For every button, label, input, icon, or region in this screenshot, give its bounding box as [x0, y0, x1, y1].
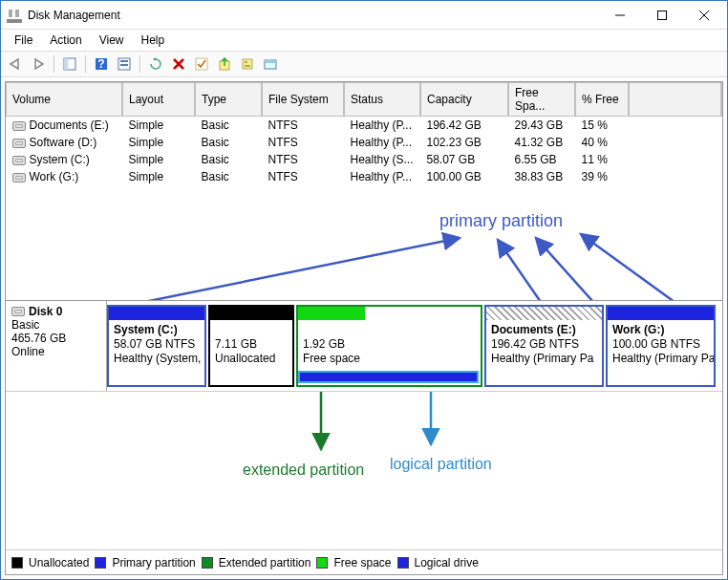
- partition-system[interactable]: System (C:)58.07 GB NTFSHealthy (System,…: [107, 305, 206, 387]
- svg-rect-9: [120, 60, 128, 62]
- svg-rect-13: [196, 58, 207, 70]
- annotation-arrows: [106, 230, 717, 301]
- menu-action[interactable]: Action: [42, 32, 89, 49]
- col-pctfree[interactable]: % Free: [576, 83, 630, 117]
- refresh-button[interactable]: [145, 54, 166, 75]
- legend-swatch-free: [316, 557, 328, 569]
- svg-rect-15: [243, 59, 252, 69]
- back-button[interactable]: [5, 54, 26, 75]
- app-icon: [7, 8, 22, 23]
- svg-rect-1: [658, 11, 667, 19]
- legend-swatch-logical: [397, 557, 409, 569]
- svg-line-23: [581, 234, 674, 301]
- help-button[interactable]: ?: [91, 54, 112, 75]
- title-bar[interactable]: Disk Management: [1, 1, 727, 30]
- menu-view[interactable]: View: [92, 32, 132, 49]
- col-filesystem[interactable]: File System: [263, 83, 345, 117]
- volume-icon: [12, 121, 26, 131]
- menu-bar: File Action View Help: [1, 30, 727, 51]
- col-layout[interactable]: Layout: [123, 83, 196, 117]
- col-volume[interactable]: Volume: [7, 83, 123, 117]
- volume-list-pane: Volume Layout Type File System Status Ca…: [5, 81, 723, 301]
- svg-rect-17: [245, 65, 250, 67]
- svg-line-20: [144, 238, 460, 301]
- menu-file[interactable]: File: [7, 32, 40, 49]
- legend-swatch-primary: [95, 557, 106, 569]
- delete-button[interactable]: [168, 54, 189, 75]
- disk-icon: [11, 307, 25, 316]
- partition-extended[interactable]: 1.92 GBFree space Software (D:)102.23 GB…: [296, 305, 482, 387]
- volume-table: Volume Layout Type File System Status Ca…: [6, 82, 722, 185]
- action2-button[interactable]: [237, 54, 258, 75]
- show-hide-console-tree-button[interactable]: [59, 54, 80, 75]
- disk-graph-pane: Disk 0 Basic 465.76 GB Online System (C:…: [5, 301, 723, 575]
- legend: Unallocated Primary partition Extended p…: [6, 549, 722, 574]
- partition-work[interactable]: Work (G:)100.00 GB NTFSHealthy (Primary …: [606, 305, 716, 387]
- partition-documents[interactable]: Documents (E:)196.42 GB NTFSHealthy (Pri…: [484, 305, 604, 387]
- action1-button[interactable]: [214, 54, 235, 75]
- table-header-row: Volume Layout Type File System Status Ca…: [7, 83, 722, 117]
- menu-help[interactable]: Help: [134, 32, 173, 49]
- partition-logical-software[interactable]: Software (D:)102.23 GB NTFSHealthy (Page…: [298, 371, 479, 383]
- svg-line-22: [536, 238, 593, 301]
- legend-swatch-unallocated: [11, 557, 23, 569]
- col-freespace[interactable]: Free Spa...: [509, 83, 576, 117]
- volume-icon: [12, 139, 26, 148]
- volume-icon: [12, 156, 26, 165]
- legend-swatch-extended: [202, 557, 213, 569]
- annotation-extended-label: extended partition: [243, 462, 364, 479]
- col-capacity[interactable]: Capacity: [421, 83, 509, 117]
- action3-button[interactable]: [260, 54, 281, 75]
- disk-info[interactable]: Disk 0 Basic 465.76 GB Online: [6, 301, 107, 391]
- table-row[interactable]: Work (G:) SimpleBasicNTFSHealthy (P...10…: [7, 168, 722, 185]
- col-status[interactable]: Status: [345, 83, 421, 117]
- check-button[interactable]: [191, 54, 212, 75]
- forward-button[interactable]: [28, 54, 49, 75]
- svg-rect-5: [64, 58, 68, 70]
- col-type[interactable]: Type: [196, 83, 263, 117]
- annotation-logical-label: logical partition: [390, 456, 492, 473]
- svg-rect-19: [265, 60, 276, 63]
- window-frame: Disk Management File Action View Help ?: [0, 0, 728, 580]
- svg-rect-10: [120, 64, 128, 66]
- svg-line-21: [498, 240, 541, 301]
- col-blank[interactable]: [630, 83, 722, 117]
- window-title: Disk Management: [28, 9, 120, 22]
- table-row[interactable]: System (C:) SimpleBasicNTFSHealthy (S...…: [7, 151, 722, 168]
- volume-icon: [12, 173, 26, 183]
- svg-rect-16: [245, 61, 247, 63]
- table-row[interactable]: Documents (E:) SimpleBasicNTFSHealthy (P…: [7, 117, 722, 135]
- maximize-button[interactable]: [641, 2, 683, 29]
- annotation-primary-label: primary partition: [439, 211, 563, 231]
- toolbar: ?: [1, 51, 727, 77]
- svg-text:?: ?: [97, 57, 104, 71]
- table-row[interactable]: Software (D:) SimpleBasicNTFSHealthy (P.…: [7, 134, 722, 151]
- partition-unallocated[interactable]: 7.11 GBUnallocated: [208, 305, 294, 387]
- disk-row: Disk 0 Basic 465.76 GB Online System (C:…: [6, 301, 722, 392]
- minimize-button[interactable]: [599, 2, 641, 29]
- close-button[interactable]: [683, 2, 725, 29]
- settings-button[interactable]: [114, 54, 135, 75]
